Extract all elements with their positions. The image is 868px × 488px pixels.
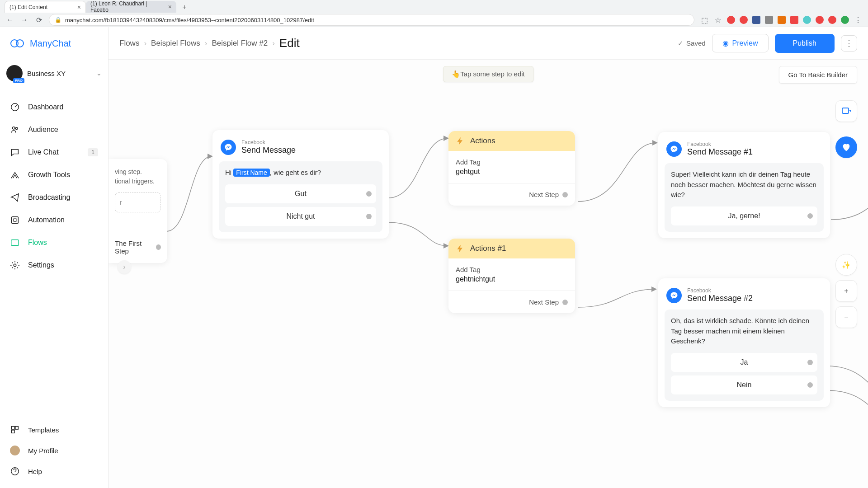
zoom-in-button[interactable]: +: [835, 280, 857, 302]
reload-icon[interactable]: ⟳: [34, 16, 43, 24]
sidebar-item-broadcasting[interactable]: Broadcasting: [0, 186, 108, 209]
logo[interactable]: ManyChat: [0, 27, 108, 60]
port-icon[interactable]: [807, 360, 813, 365]
ext-icon[interactable]: [803, 16, 811, 24]
more-button[interactable]: ⋮: [841, 35, 857, 52]
sidebar-item-audience[interactable]: Audience: [0, 118, 108, 141]
message-body[interactable]: Hi First Name, wie geht es dir? Gut Nich…: [219, 161, 382, 232]
port-icon[interactable]: [807, 213, 813, 219]
livechat-badge: 1: [88, 148, 98, 156]
reply-button-gut[interactable]: Gut: [225, 184, 376, 203]
next-step[interactable]: Next Step: [448, 183, 575, 206]
actions-node-1[interactable]: Actions #1 Add Tag gehtnichtgut Next Ste…: [448, 239, 575, 313]
first-step-label: The First Step: [115, 239, 161, 255]
add-card-icon: [841, 106, 852, 117]
new-tab-button[interactable]: +: [179, 2, 190, 13]
sidebar-item-help[interactable]: Help: [0, 461, 108, 482]
reply-button-ja-gerne[interactable]: Ja, gerne!: [671, 206, 817, 225]
sidebar-item-growth[interactable]: Growth Tools: [0, 164, 108, 186]
node-title: Send Message #2: [687, 294, 753, 303]
sidebar-item-automation[interactable]: Automation: [0, 209, 108, 231]
browser-tab-active[interactable]: (1) Edit Content ×: [5, 1, 86, 13]
port-icon[interactable]: [366, 214, 372, 219]
preview-button[interactable]: ◉ Preview: [712, 34, 769, 52]
port-icon[interactable]: [366, 191, 372, 197]
sidebar-item-settings[interactable]: Settings: [0, 254, 108, 277]
bolt-icon: [456, 136, 465, 145]
zoom-out-button[interactable]: −: [835, 306, 857, 328]
action-value: gehtnichtgut: [456, 275, 568, 283]
auto-arrange-button[interactable]: ✨: [835, 254, 857, 276]
browser-tab[interactable]: (1) Leon R. Chaudhari | Facebo ×: [86, 1, 176, 13]
basic-builder-button[interactable]: Go To Basic Builder: [779, 66, 857, 84]
add-node-button[interactable]: [835, 100, 857, 122]
account-selector[interactable]: PRO Business XY ⌄: [0, 60, 108, 87]
lock-icon: 🔒: [55, 17, 61, 23]
node-subtitle: Facebook: [687, 287, 753, 294]
chevron-down-icon: ⌄: [96, 70, 102, 77]
action-body[interactable]: Add Tag gehtnichtgut: [448, 258, 575, 291]
sidebar-item-livechat[interactable]: Live Chat 1: [0, 141, 108, 164]
ext-icon[interactable]: [752, 16, 760, 24]
message-body[interactable]: Super! Vielleicht kann ich dir deinen Ta…: [665, 163, 824, 232]
reply-button-nichtgut[interactable]: Nicht gut: [225, 207, 376, 226]
send-message-node[interactable]: Facebook Send Message Hi First Name, wie…: [212, 130, 389, 239]
publish-button[interactable]: Publish: [775, 34, 835, 53]
close-icon[interactable]: ×: [77, 4, 81, 11]
close-icon[interactable]: ×: [168, 3, 172, 10]
url-input[interactable]: 🔒 manychat.com/fb181039443240830​9/cms/f…: [49, 14, 694, 26]
sidebar-item-flows[interactable]: Flows: [0, 231, 108, 254]
ext-icon[interactable]: [841, 16, 849, 24]
action-value: gehtgut: [456, 168, 568, 176]
nav-label: My Profile: [28, 447, 58, 455]
more-icon[interactable]: ⋮: [854, 16, 863, 24]
crumb-flows[interactable]: Flows: [119, 39, 139, 48]
manychat-logo-icon: [10, 36, 24, 51]
ext-icon[interactable]: [740, 16, 748, 24]
heart-icon: [841, 142, 851, 152]
nav-label: Audience: [28, 126, 58, 134]
action-header: Actions: [448, 131, 575, 151]
action-body[interactable]: Add Tag gehtgut: [448, 151, 575, 183]
sidebar-item-dashboard[interactable]: Dashboard: [0, 96, 108, 118]
send-message-1-node[interactable]: Facebook Send Message #1 Super! Vielleic…: [658, 132, 830, 238]
back-icon[interactable]: ←: [5, 16, 14, 24]
canvas[interactable]: 👆Tap some step to edit Go To Basic Build…: [108, 60, 868, 488]
sidebar-item-templates[interactable]: Templates: [0, 419, 108, 440]
feedback-button[interactable]: [835, 136, 857, 158]
crumb-folder[interactable]: Beispiel Flows: [151, 39, 200, 48]
send-message-2-node[interactable]: Facebook Send Message #2 Oh, das ist wir…: [658, 278, 830, 407]
dashboard-icon: [10, 102, 20, 112]
forward-icon[interactable]: →: [20, 16, 29, 24]
ext-icon[interactable]: [816, 16, 824, 24]
translate-icon[interactable]: ⬚: [700, 16, 709, 24]
start-node[interactable]: ving step. tional triggers. r The First …: [108, 159, 167, 263]
next-step[interactable]: Next Step: [448, 291, 575, 313]
messenger-icon: [221, 140, 236, 155]
start-trigger-add[interactable]: r: [115, 192, 161, 212]
ext-icon[interactable]: [790, 16, 798, 24]
port-icon[interactable]: [807, 382, 813, 388]
nav-label: Help: [28, 468, 42, 475]
ext-icon[interactable]: [765, 16, 773, 24]
reply-button-ja[interactable]: Ja: [671, 353, 817, 372]
actions-node[interactable]: Actions Add Tag gehtgut Next Step: [448, 131, 575, 206]
message-body[interactable]: Oh, das ist wirklich schade. Könnte ich …: [665, 310, 824, 401]
port-icon[interactable]: [156, 244, 161, 250]
ext-icon[interactable]: [778, 16, 786, 24]
svg-rect-10: [12, 430, 14, 433]
ext-icon[interactable]: [828, 16, 836, 24]
reply-button-nein[interactable]: Nein: [671, 375, 817, 394]
account-avatar: PRO: [6, 65, 23, 81]
sidebar-item-profile[interactable]: My Profile: [0, 440, 108, 461]
port-icon[interactable]: [562, 192, 568, 197]
crumb-flow[interactable]: Beispiel Flow #2: [212, 39, 268, 48]
ext-icon[interactable]: [727, 16, 735, 24]
expand-button[interactable]: ›: [118, 260, 131, 274]
reply-label: Ja: [741, 358, 748, 366]
growth-icon: [10, 170, 20, 180]
account-name: Business XY: [27, 70, 92, 77]
port-icon[interactable]: [562, 300, 568, 305]
message-text: Oh, das ist wirklich schade. Könnte ich …: [671, 316, 817, 347]
star-icon[interactable]: ☆: [713, 16, 722, 24]
